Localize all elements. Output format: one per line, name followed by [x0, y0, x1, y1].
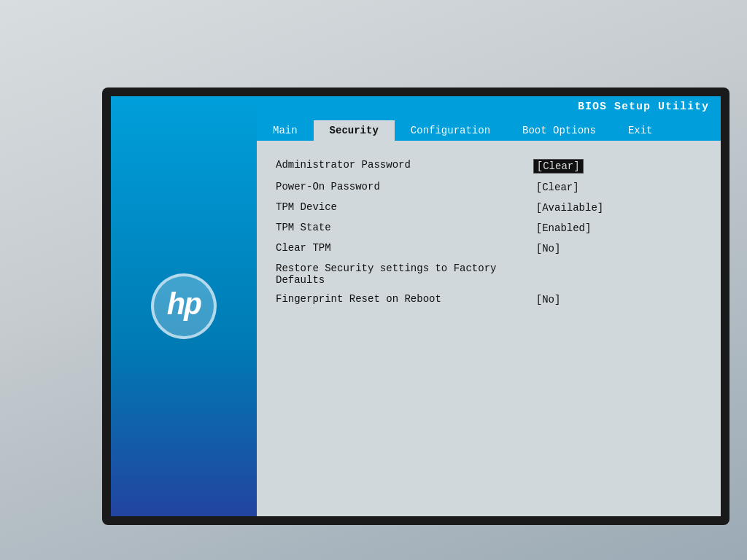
setting-value-power-on-password[interactable]: [Clear]: [532, 177, 703, 198]
table-row[interactable]: TPM State [Enabled]: [274, 218, 703, 238]
nav-item-security[interactable]: Security: [314, 120, 395, 141]
settings-panel: Administrator Password [Clear] Power-On …: [257, 141, 721, 516]
nav-item-exit[interactable]: Exit: [612, 120, 669, 141]
setting-label-power-on-password: Power-On Password: [274, 177, 532, 198]
bios-title: BIOS Setup Utility: [578, 101, 709, 113]
table-row[interactable]: Restore Security settings to Factory Def…: [274, 259, 703, 289]
setting-label-administrator-password: Administrator Password: [274, 155, 532, 177]
settings-table: Administrator Password [Clear] Power-On …: [274, 155, 703, 310]
setting-value-clear-tpm[interactable]: [No]: [532, 238, 703, 259]
nav-item-configuration[interactable]: Configuration: [395, 120, 506, 141]
monitor-bezel: hp BIOS Setup Utility Main Security Conf…: [102, 88, 729, 525]
setting-label-tpm-state: TPM State: [274, 218, 532, 238]
value-box-tpm-state: [Enabled]: [533, 222, 595, 235]
setting-value-tpm-state[interactable]: [Enabled]: [532, 218, 703, 238]
setting-value-tpm-device[interactable]: [Available]: [532, 198, 703, 218]
value-box-tpm-device: [Available]: [533, 201, 606, 214]
value-box-restore-security: [533, 270, 539, 271]
hp-logo-text: hp: [167, 289, 201, 324]
bios-area: BIOS Setup Utility Main Security Configu…: [257, 96, 721, 516]
nav-item-boot-options[interactable]: Boot Options: [506, 120, 612, 141]
table-row[interactable]: Power-On Password [Clear]: [274, 177, 703, 198]
monitor-screen: hp BIOS Setup Utility Main Security Conf…: [111, 96, 721, 516]
setting-value-fingerprint-reset[interactable]: [No]: [532, 289, 703, 310]
value-box-administrator-password: [Clear]: [533, 159, 584, 174]
hp-logo: hp: [151, 273, 217, 339]
setting-value-restore-security: [532, 259, 703, 289]
hp-logo-panel: hp: [111, 96, 257, 516]
bios-title-bar: BIOS Setup Utility: [257, 96, 721, 117]
table-row[interactable]: Fingerprint Reset on Reboot [No]: [274, 289, 703, 310]
setting-label-tpm-device: TPM Device: [274, 198, 532, 218]
bios-nav-bar: Main Security Configuration Boot Options…: [257, 117, 721, 141]
value-box-power-on-password: [Clear]: [533, 181, 582, 194]
setting-label-restore-security: Restore Security settings to Factory Def…: [274, 259, 532, 289]
setting-label-clear-tpm: Clear TPM: [274, 238, 532, 259]
value-box-clear-tpm: [No]: [533, 242, 564, 255]
table-row[interactable]: Clear TPM [No]: [274, 238, 703, 259]
setting-value-administrator-password[interactable]: [Clear]: [532, 155, 703, 177]
table-row[interactable]: Administrator Password [Clear]: [274, 155, 703, 177]
table-row[interactable]: TPM Device [Available]: [274, 198, 703, 218]
setting-label-fingerprint-reset: Fingerprint Reset on Reboot: [274, 289, 532, 310]
value-box-fingerprint-reset: [No]: [533, 293, 564, 306]
nav-item-main[interactable]: Main: [257, 120, 314, 141]
